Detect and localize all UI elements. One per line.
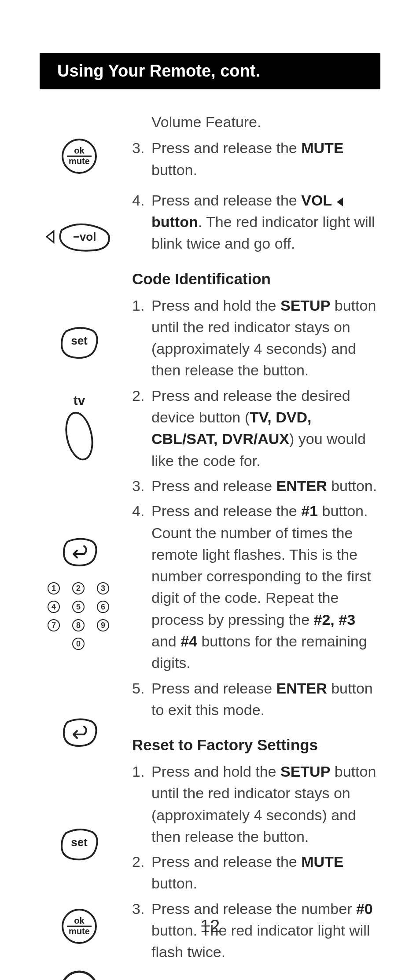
step-number: 1. [132, 761, 151, 848]
step-body: Press and hold the SETUP button until th… [151, 295, 380, 382]
key-6: 6 [97, 601, 109, 613]
zero-button-icon: 0 [40, 969, 119, 980]
svg-text:set: set [71, 836, 88, 849]
svg-text:ok: ok [74, 146, 85, 155]
step-number: 2. [132, 385, 151, 472]
step-body: Press and hold the SETUP button until th… [151, 761, 380, 848]
step-body: Press and release the MUTE button. [151, 851, 380, 895]
vol-down-icon: −vol [40, 217, 119, 257]
text-column: Volume Feature. 3. Press and release the… [132, 111, 380, 967]
keypad-icon: 1 2 3 4 5 6 7 8 9 0 [40, 582, 119, 650]
svg-text:mute: mute [69, 156, 90, 166]
section-title-reset: Reset to Factory Settings [132, 734, 380, 756]
set-button-icon: set [40, 323, 119, 362]
step-item: 4. Press and release the #1 button. Coun… [132, 500, 380, 674]
step-item: 1. Press and hold the SETUP button until… [132, 295, 380, 382]
step-number: 1. [132, 295, 151, 382]
page-header: Using Your Remote, cont. [40, 53, 380, 89]
volume-steps: 3. Press and release the MUTE button. 4.… [132, 137, 380, 254]
ok-mute-icon: ok mute [40, 138, 119, 175]
step-body: Press and release the desired device but… [151, 385, 380, 472]
step-body: Press and release the MUTE button. [151, 137, 380, 181]
key-7: 7 [48, 619, 60, 631]
step-body: Press and release ENTER button to exit t… [151, 678, 380, 721]
step-number: 3. [132, 137, 151, 181]
section-title-code: Code Identification [132, 268, 380, 290]
key-2: 2 [72, 582, 85, 595]
set-button-icon: set [40, 824, 119, 864]
key-1: 1 [48, 582, 60, 595]
key-0: 0 [72, 638, 85, 650]
step-number: 3. [132, 475, 151, 497]
step-number: 2. [132, 851, 151, 895]
step-item: 3. Press and release the MUTE button. [132, 137, 380, 181]
step-number: 4. [132, 500, 151, 674]
tv-label: tv [74, 393, 85, 408]
key-5: 5 [72, 601, 85, 613]
enter-button-icon [40, 534, 119, 569]
key-3: 3 [97, 582, 109, 595]
svg-text:set: set [71, 334, 88, 347]
code-steps: 1. Press and hold the SETUP button until… [132, 295, 380, 721]
key-4: 4 [48, 601, 60, 613]
step-number: 5. [132, 678, 151, 721]
step-item: 2. Press and release the MUTE button. [132, 851, 380, 895]
icon-column: ok mute −vol set tv [40, 111, 119, 967]
key-9: 9 [97, 619, 109, 631]
enter-button-icon [40, 714, 119, 749]
step-item: 5. Press and release ENTER button to exi… [132, 678, 380, 721]
svg-point-6 [64, 410, 95, 462]
step-item: 2. Press and release the desired device … [132, 385, 380, 472]
step-body: Press and release the VOL button. The re… [151, 190, 380, 255]
step-item: 3. Press and release ENTER button. [132, 475, 380, 497]
step-body: Press and release ENTER button. [151, 475, 380, 497]
step-body: Press and release the #1 button. Count t… [151, 500, 380, 674]
tv-button-icon: tv [40, 393, 119, 462]
step-item: 4. Press and release the VOL button. The… [132, 190, 380, 255]
svg-text:−vol: −vol [73, 230, 96, 243]
key-8: 8 [72, 619, 85, 631]
step-item: 1. Press and hold the SETUP button until… [132, 761, 380, 848]
intro-text: Volume Feature. [132, 111, 380, 133]
svg-text:0: 0 [74, 977, 85, 980]
page-number: 12 [0, 916, 420, 936]
step-number: 4. [132, 190, 151, 255]
